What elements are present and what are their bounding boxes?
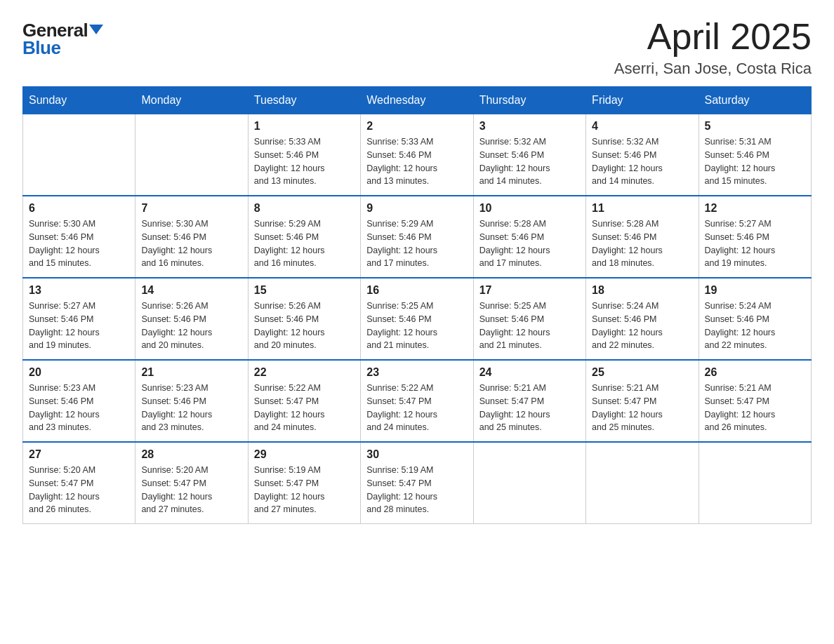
day-number: 21: [141, 366, 241, 379]
day-info: Sunrise: 5:29 AM Sunset: 5:46 PM Dayligh…: [254, 217, 355, 270]
calendar-cell: 7Sunrise: 5:30 AM Sunset: 5:46 PM Daylig…: [135, 196, 248, 278]
day-info: Sunrise: 5:33 AM Sunset: 5:46 PM Dayligh…: [366, 135, 467, 188]
day-number: 11: [592, 202, 692, 215]
weekday-header-saturday: Saturday: [699, 87, 811, 114]
day-info: Sunrise: 5:27 AM Sunset: 5:46 PM Dayligh…: [705, 217, 805, 270]
week-row-5: 27Sunrise: 5:20 AM Sunset: 5:47 PM Dayli…: [23, 442, 812, 524]
day-info: Sunrise: 5:26 AM Sunset: 5:46 PM Dayligh…: [141, 300, 241, 352]
day-info: Sunrise: 5:29 AM Sunset: 5:46 PM Dayligh…: [366, 217, 467, 270]
day-info: Sunrise: 5:21 AM Sunset: 5:47 PM Dayligh…: [592, 382, 692, 434]
day-number: 25: [592, 366, 692, 379]
day-number: 4: [592, 120, 692, 133]
day-number: 19: [705, 284, 805, 297]
week-row-3: 13Sunrise: 5:27 AM Sunset: 5:46 PM Dayli…: [23, 278, 812, 360]
day-number: 17: [479, 284, 580, 297]
day-info: Sunrise: 5:33 AM Sunset: 5:46 PM Dayligh…: [254, 135, 355, 188]
day-info: Sunrise: 5:26 AM Sunset: 5:46 PM Dayligh…: [254, 300, 355, 352]
weekday-header-tuesday: Tuesday: [248, 87, 360, 114]
calendar-cell: 28Sunrise: 5:20 AM Sunset: 5:47 PM Dayli…: [135, 442, 248, 524]
day-number: 9: [366, 202, 467, 215]
day-number: 1: [254, 120, 355, 133]
calendar-cell: 21Sunrise: 5:23 AM Sunset: 5:46 PM Dayli…: [135, 360, 248, 442]
week-row-1: 1Sunrise: 5:33 AM Sunset: 5:46 PM Daylig…: [23, 114, 812, 196]
weekday-header-friday: Friday: [586, 87, 699, 114]
day-number: 28: [141, 448, 241, 461]
day-info: Sunrise: 5:20 AM Sunset: 5:47 PM Dayligh…: [29, 464, 129, 516]
day-info: Sunrise: 5:24 AM Sunset: 5:46 PM Dayligh…: [705, 300, 805, 352]
day-number: 16: [366, 284, 467, 297]
day-number: 26: [705, 366, 805, 379]
calendar-cell: 20Sunrise: 5:23 AM Sunset: 5:46 PM Dayli…: [23, 360, 135, 442]
calendar-cell: 27Sunrise: 5:20 AM Sunset: 5:47 PM Dayli…: [23, 442, 135, 524]
calendar-cell: [135, 114, 248, 196]
logo: General Blue: [22, 17, 103, 59]
calendar-cell: 13Sunrise: 5:27 AM Sunset: 5:46 PM Dayli…: [23, 278, 135, 360]
calendar-cell: 25Sunrise: 5:21 AM Sunset: 5:47 PM Dayli…: [586, 360, 699, 442]
day-info: Sunrise: 5:20 AM Sunset: 5:47 PM Dayligh…: [141, 464, 241, 516]
calendar-location: Aserri, San Jose, Costa Rica: [614, 60, 812, 78]
calendar-cell: 8Sunrise: 5:29 AM Sunset: 5:46 PM Daylig…: [248, 196, 360, 278]
day-number: 18: [592, 284, 692, 297]
calendar-cell: [699, 442, 811, 524]
calendar-cell: 4Sunrise: 5:32 AM Sunset: 5:46 PM Daylig…: [586, 114, 699, 196]
weekday-header-thursday: Thursday: [473, 87, 585, 114]
day-info: Sunrise: 5:27 AM Sunset: 5:46 PM Dayligh…: [29, 300, 129, 352]
day-number: 20: [29, 366, 129, 379]
day-number: 10: [479, 202, 580, 215]
day-info: Sunrise: 5:28 AM Sunset: 5:46 PM Dayligh…: [479, 217, 580, 270]
calendar-cell: 23Sunrise: 5:22 AM Sunset: 5:47 PM Dayli…: [361, 360, 473, 442]
calendar-cell: 15Sunrise: 5:26 AM Sunset: 5:46 PM Dayli…: [248, 278, 360, 360]
logo-blue-text: Blue: [22, 37, 60, 59]
calendar-cell: 16Sunrise: 5:25 AM Sunset: 5:46 PM Dayli…: [361, 278, 473, 360]
day-number: 24: [479, 366, 580, 379]
day-number: 23: [366, 366, 467, 379]
day-info: Sunrise: 5:21 AM Sunset: 5:47 PM Dayligh…: [705, 382, 805, 434]
day-number: 3: [479, 120, 580, 133]
day-number: 27: [29, 448, 129, 461]
week-row-2: 6Sunrise: 5:30 AM Sunset: 5:46 PM Daylig…: [23, 196, 812, 278]
day-number: 14: [141, 284, 241, 297]
day-info: Sunrise: 5:23 AM Sunset: 5:46 PM Dayligh…: [29, 382, 129, 434]
day-number: 8: [254, 202, 355, 215]
day-info: Sunrise: 5:19 AM Sunset: 5:47 PM Dayligh…: [366, 464, 467, 516]
calendar-cell: 6Sunrise: 5:30 AM Sunset: 5:46 PM Daylig…: [23, 196, 135, 278]
calendar-cell: 14Sunrise: 5:26 AM Sunset: 5:46 PM Dayli…: [135, 278, 248, 360]
day-number: 15: [254, 284, 355, 297]
day-info: Sunrise: 5:28 AM Sunset: 5:46 PM Dayligh…: [592, 217, 692, 270]
week-row-4: 20Sunrise: 5:23 AM Sunset: 5:46 PM Dayli…: [23, 360, 812, 442]
calendar-cell: 22Sunrise: 5:22 AM Sunset: 5:47 PM Dayli…: [248, 360, 360, 442]
calendar-cell: 2Sunrise: 5:33 AM Sunset: 5:46 PM Daylig…: [361, 114, 473, 196]
day-number: 2: [366, 120, 467, 133]
calendar-cell: 3Sunrise: 5:32 AM Sunset: 5:46 PM Daylig…: [473, 114, 585, 196]
calendar-cell: [586, 442, 699, 524]
day-number: 29: [254, 448, 355, 461]
calendar-cell: 9Sunrise: 5:29 AM Sunset: 5:46 PM Daylig…: [361, 196, 473, 278]
calendar-cell: [23, 114, 135, 196]
day-number: 13: [29, 284, 129, 297]
weekday-header-monday: Monday: [135, 87, 248, 114]
day-info: Sunrise: 5:24 AM Sunset: 5:46 PM Dayligh…: [592, 300, 692, 352]
day-info: Sunrise: 5:23 AM Sunset: 5:46 PM Dayligh…: [141, 382, 241, 434]
calendar-cell: [473, 442, 585, 524]
day-info: Sunrise: 5:30 AM Sunset: 5:46 PM Dayligh…: [141, 217, 241, 270]
weekday-header-sunday: Sunday: [23, 87, 135, 114]
day-info: Sunrise: 5:22 AM Sunset: 5:47 PM Dayligh…: [254, 382, 355, 434]
calendar-cell: 11Sunrise: 5:28 AM Sunset: 5:46 PM Dayli…: [586, 196, 699, 278]
title-block: April 2025 Aserri, San Jose, Costa Rica: [614, 17, 812, 78]
calendar-cell: 30Sunrise: 5:19 AM Sunset: 5:47 PM Dayli…: [361, 442, 473, 524]
calendar-cell: 10Sunrise: 5:28 AM Sunset: 5:46 PM Dayli…: [473, 196, 585, 278]
day-info: Sunrise: 5:31 AM Sunset: 5:46 PM Dayligh…: [705, 135, 805, 188]
calendar-cell: 12Sunrise: 5:27 AM Sunset: 5:46 PM Dayli…: [699, 196, 811, 278]
calendar-cell: 18Sunrise: 5:24 AM Sunset: 5:46 PM Dayli…: [586, 278, 699, 360]
day-number: 22: [254, 366, 355, 379]
calendar-title: April 2025: [614, 17, 812, 57]
day-info: Sunrise: 5:30 AM Sunset: 5:46 PM Dayligh…: [29, 217, 129, 270]
day-info: Sunrise: 5:32 AM Sunset: 5:46 PM Dayligh…: [592, 135, 692, 188]
day-number: 6: [29, 202, 129, 215]
calendar-cell: 5Sunrise: 5:31 AM Sunset: 5:46 PM Daylig…: [699, 114, 811, 196]
day-info: Sunrise: 5:19 AM Sunset: 5:47 PM Dayligh…: [254, 464, 355, 516]
calendar-cell: 19Sunrise: 5:24 AM Sunset: 5:46 PM Dayli…: [699, 278, 811, 360]
day-number: 7: [141, 202, 241, 215]
calendar-cell: 24Sunrise: 5:21 AM Sunset: 5:47 PM Dayli…: [473, 360, 585, 442]
day-number: 5: [705, 120, 805, 133]
